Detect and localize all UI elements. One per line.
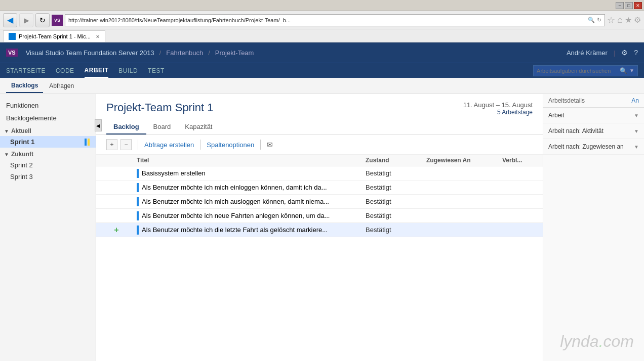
row-3-title-text: Als Benutzer möchte ich neue Fahrten anl… [142, 212, 330, 219]
sidebar-collapse-button[interactable]: ◀ [95, 119, 102, 131]
home-icon[interactable]: ⌂ [617, 15, 623, 25]
search-bar[interactable]: 🔍 ▼ [533, 65, 638, 76]
row-4-action[interactable]: + [96, 225, 127, 235]
toolbar-row: + − Abfrage erstellen Spaltenoptionen ✉ [96, 135, 543, 155]
row-2-title-text: Als Benutzer möchte ich mich ausloggen k… [142, 198, 329, 205]
sidebar-item-funktionen[interactable]: Funktionen [0, 99, 96, 112]
tools-icon[interactable]: ⚙ [634, 15, 641, 25]
collapse-all-button[interactable]: − [120, 139, 132, 150]
sprint-3-label: Sprint 3 [10, 173, 33, 180]
tab-backlog[interactable]: Backlog [106, 120, 146, 134]
tab-favicon [9, 33, 16, 40]
column-options-link[interactable]: Spaltenoptionen [207, 141, 254, 149]
row-1-title[interactable]: Als Benutzer möchte ich mich einloggen k… [127, 181, 366, 194]
refresh-button[interactable]: ↻ [35, 13, 50, 27]
tab-close-button[interactable]: ✕ [96, 34, 100, 39]
subnav-abfragen[interactable]: Abfragen [44, 79, 79, 93]
content-header: Projekt-Team Sprint 1 11. August – 15. A… [96, 94, 543, 116]
search-dropdown-icon[interactable]: ▼ [629, 68, 634, 73]
right-panel-item-aktivitaet[interactable]: Arbeit nach: Aktivität ▼ [543, 123, 644, 139]
nav-build[interactable]: BUILD [118, 64, 138, 77]
col-header-zugewiesen: Zugewiesen An [426, 157, 502, 164]
table-row[interactable]: Basissystem erstellen Bestätigt [96, 166, 543, 180]
row-4-title[interactable]: Als Benutzer möchte ich die letzte Fahrt… [127, 223, 366, 237]
back-button[interactable]: ◀ [3, 13, 17, 27]
row-3-title[interactable]: Als Benutzer möchte ich neue Fahrten anl… [127, 209, 366, 222]
section-triangle-zukunft: ▼ [4, 152, 9, 157]
minimize-button[interactable]: − [616, 2, 624, 9]
search-icon: 🔍 [620, 67, 627, 74]
sidebar-sprint-2[interactable]: Sprint 2 [0, 159, 96, 171]
breadcrumb-sep-1: / [159, 49, 162, 57]
sprint-1-label: Sprint 1 [10, 138, 34, 146]
right-panel: Arbeitsdetails An Arbeit ▼ Arbeit nach: … [543, 94, 644, 361]
content-tabs: Backlog Board Kapazität [96, 116, 543, 135]
row-0-zustand: Bestätigt [366, 169, 426, 177]
story-bar-4 [137, 225, 139, 235]
create-query-link[interactable]: Abfrage erstellen [144, 141, 194, 149]
sidebar-sprint-3[interactable]: Sprint 3 [0, 171, 96, 183]
col-header-title: Titel [127, 157, 366, 164]
table-row[interactable]: + Als Benutzer möchte ich die letzte Fah… [96, 223, 543, 237]
nav-code[interactable]: CODE [56, 64, 74, 77]
settings-icon[interactable]: ⚙ [621, 49, 628, 57]
email-icon[interactable]: ✉ [267, 141, 273, 149]
browser-tab-active[interactable]: Projekt-Team Sprint 1 - Mic... ✕ [3, 30, 105, 42]
sidebar-section-aktuell[interactable]: ▼ Aktuell [0, 124, 96, 136]
add-row-icon[interactable]: + [114, 225, 118, 235]
right-panel-title: Arbeitsdetails [548, 97, 585, 104]
right-panel-link[interactable]: An [631, 97, 639, 104]
nav-arbeit[interactable]: ARBEIT [85, 64, 109, 78]
nav-startseite[interactable]: STARTSEITE [6, 64, 46, 77]
search-input[interactable] [537, 68, 618, 74]
section-triangle-aktuell: ▼ [4, 128, 9, 134]
breadcrumb-root[interactable]: Fahrtenbuch [166, 49, 203, 57]
tab-kapazitaet[interactable]: Kapazität [178, 120, 219, 134]
sidebar: ◀ Funktionen Backlogelemente ▼ Aktuell S… [0, 94, 96, 361]
sprint-2-label: Sprint 2 [10, 161, 33, 169]
sub-nav: Backlogs Abfragen [0, 78, 644, 94]
chevron-down-icon-1: ▼ [634, 128, 639, 134]
right-panel-item-arbeit[interactable]: Arbeit ▼ [543, 108, 644, 123]
right-panel-item-zugewiesen[interactable]: Arbeit nach: Zugewiesen an ▼ [543, 139, 644, 155]
toolbar-separator-3 [260, 140, 261, 150]
address-refresh-icon: ↻ [597, 17, 601, 23]
address-bar[interactable]: http://trainer-win2012:8080/tfs/NeueTeam… [65, 14, 605, 26]
right-panel-header: Arbeitsdetails An [543, 94, 644, 108]
row-2-zustand: Bestätigt [366, 198, 426, 205]
row-0-title-text: Basissystem erstellen [142, 169, 206, 177]
row-2-title[interactable]: Als Benutzer möchte ich mich ausloggen k… [127, 195, 366, 208]
col-header-action [96, 157, 127, 164]
nav-bar: STARTSEITE CODE ARBEIT BUILD TEST 🔍 ▼ [0, 63, 644, 78]
nav-test[interactable]: TEST [148, 64, 165, 77]
sidebar-sprint-1[interactable]: Sprint 1 [0, 136, 96, 148]
table-row[interactable]: Als Benutzer möchte ich mich einloggen k… [96, 180, 543, 195]
sprint-dates: 11. August – 15. August 5 Arbeitstage [463, 101, 533, 116]
expand-all-button[interactable]: + [106, 139, 117, 150]
sidebar-section-zukunft[interactable]: ▼ Zukunft [0, 148, 96, 159]
breadcrumb-current[interactable]: Projekt-Team [215, 49, 254, 57]
row-1-zustand: Bestätigt [366, 184, 426, 191]
right-panel-aktivitaet-label: Arbeit nach: Aktivität [548, 127, 603, 134]
table-row[interactable]: Als Benutzer möchte ich neue Fahrten anl… [96, 209, 543, 223]
forward-button[interactable]: ▶ [19, 13, 33, 27]
table-row[interactable]: Als Benutzer möchte ich mich ausloggen k… [96, 195, 543, 209]
tab-bar: Projekt-Team Sprint 1 - Mic... ✕ [0, 29, 644, 42]
toolbar-separator-1 [138, 140, 138, 150]
help-icon[interactable]: ? [634, 49, 638, 57]
col-header-zustand: Zustand [366, 157, 426, 164]
sidebar-item-backlogelemente[interactable]: Backlogelemente [0, 112, 96, 124]
bookmark-icon[interactable]: ★ [625, 15, 632, 25]
tab-board[interactable]: Board [146, 120, 178, 134]
toolbar-separator-2 [200, 140, 200, 150]
subnav-backlogs[interactable]: Backlogs [6, 79, 43, 93]
browser-toolbar: ◀ ▶ ↻ VS http://trainer-win2012:8080/tfs… [0, 11, 644, 29]
story-bar-1 [137, 183, 139, 192]
main-layout: ◀ Funktionen Backlogelemente ▼ Aktuell S… [0, 94, 644, 361]
close-button[interactable]: ✕ [634, 2, 642, 9]
chevron-down-icon-2: ▼ [634, 144, 639, 150]
maximize-button[interactable]: □ [625, 2, 633, 9]
section-label-zukunft: Zukunft [11, 151, 33, 158]
star-icon[interactable]: ☆ [607, 15, 615, 26]
row-0-title[interactable]: Basissystem erstellen [127, 167, 366, 180]
